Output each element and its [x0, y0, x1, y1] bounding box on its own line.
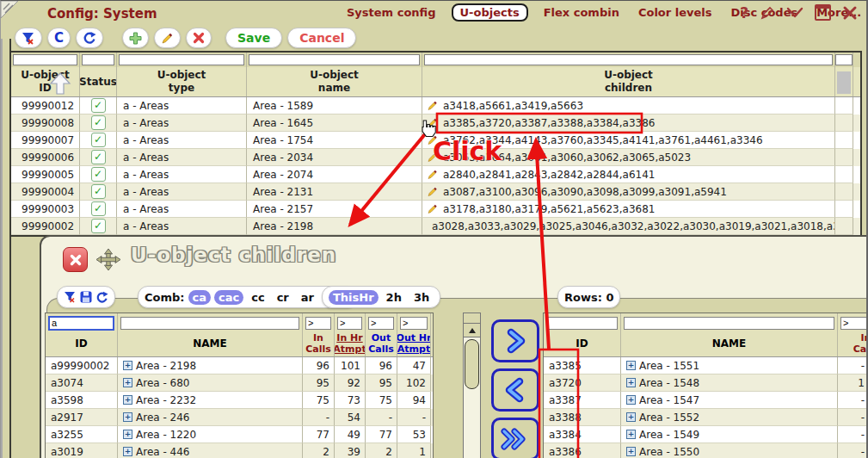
col-header-out-calls[interactable]: OutCalls — [366, 332, 397, 356]
pencil-icon[interactable] — [427, 186, 438, 197]
check-icon[interactable] — [91, 201, 106, 216]
expand-plus-icon[interactable] — [123, 378, 132, 387]
tab-u-objects[interactable]: U-objects — [452, 3, 528, 22]
col-header-id[interactable]: ID — [46, 332, 118, 356]
left-filter-outcalls-input[interactable] — [368, 317, 394, 330]
clear-button[interactable]: C — [47, 28, 71, 48]
comb-option-ar[interactable]: ar — [297, 290, 318, 305]
expand-plus-icon[interactable] — [123, 395, 132, 405]
col-header-type[interactable]: U-object type — [117, 67, 247, 96]
left-filter-incalls-input[interactable] — [305, 317, 331, 330]
check-icon[interactable] — [91, 167, 106, 182]
pencil-icon[interactable] — [427, 203, 438, 214]
col-header-in-calls[interactable]: InCalls — [838, 332, 868, 356]
scrollbar-up-arrow[interactable] — [464, 324, 480, 337]
delete-button[interactable] — [186, 28, 212, 48]
refresh-button[interactable] — [76, 28, 103, 48]
col-header-name[interactable]: NAME — [118, 332, 303, 356]
check-icon[interactable] — [91, 115, 106, 130]
list-item[interactable]: a99990002 Area - 2198 96 101 96 47 — [46, 357, 433, 374]
list-item[interactable]: a3598 Area - 2232 75 73 75 94 — [46, 392, 433, 409]
pencil-icon[interactable] — [427, 117, 438, 128]
period-3h[interactable]: 3h — [409, 290, 434, 305]
tab-color-levels[interactable]: Color levels — [635, 4, 716, 21]
col-header-name[interactable]: NAME — [621, 332, 838, 356]
col-header-id[interactable]: U-object ID — [11, 67, 80, 96]
right-filter-name-input[interactable] — [624, 317, 834, 330]
check-icon[interactable] — [91, 133, 106, 147]
filter-name-input[interactable] — [249, 54, 420, 65]
table-row[interactable]: 99990004 a - Areas Area - 2131 a3087,a31… — [11, 183, 860, 201]
pencil-icon[interactable] — [427, 152, 438, 163]
tab-system-config[interactable]: System config — [343, 4, 440, 21]
list-item[interactable]: a3255 Area - 1220 77 49 77 53 — [46, 426, 433, 443]
list-item[interactable]: a3385 Area - 1551 - — [544, 357, 868, 374]
cancel-button[interactable]: Cancel — [287, 28, 356, 48]
comb-option-cr[interactable]: cr — [273, 290, 293, 305]
refresh-icon[interactable] — [95, 291, 108, 304]
table-row[interactable]: 99990002 a - Areas Area - 2198 a3028,a30… — [11, 218, 860, 235]
comb-option-cc[interactable]: cc — [247, 290, 268, 305]
expand-plus-icon[interactable] — [626, 430, 636, 439]
expand-plus-icon[interactable] — [123, 430, 132, 439]
right-filter-incalls-input[interactable] — [840, 317, 868, 330]
edit-button[interactable] — [154, 28, 181, 48]
col-header-name[interactable]: U-object name — [247, 67, 422, 96]
comb-option-ca[interactable]: ca — [188, 290, 211, 305]
move-icon[interactable] — [95, 248, 122, 271]
table-row[interactable]: 99990007 a - Areas Area - 1754 a3762,a33… — [11, 132, 860, 149]
expand-plus-icon[interactable] — [626, 395, 636, 405]
list-item[interactable]: a3720 Area - 1548 1 — [544, 374, 868, 392]
help-icon[interactable]: ? — [740, 5, 748, 21]
right-filter-id-input[interactable] — [546, 317, 618, 330]
list-item[interactable]: a3388 Area - 1552 - — [544, 409, 868, 426]
table-row[interactable]: 99990005 a - Areas Area - 2074 a2840,a28… — [11, 166, 860, 183]
filter-icon[interactable] — [64, 291, 77, 303]
left-filter-id-input[interactable] — [48, 316, 114, 331]
list-item[interactable]: a3019 Area - 446 2 39 2 1 — [46, 443, 433, 458]
add-button[interactable] — [122, 28, 149, 48]
filter-extra-input[interactable] — [835, 54, 853, 65]
pencil-icon[interactable] — [427, 100, 438, 111]
filter-children-input[interactable] — [424, 54, 833, 65]
filter-id-input[interactable] — [13, 54, 77, 65]
left-filter-inhr-input[interactable] — [337, 317, 362, 330]
col-header-id[interactable]: ID — [544, 332, 621, 356]
expand-plus-icon[interactable] — [123, 412, 132, 422]
expand-plus-icon[interactable] — [123, 361, 132, 370]
table-row[interactable]: 99990003 a - Areas Area - 2157 a3178,a31… — [11, 201, 860, 218]
check-icon[interactable] — [91, 219, 106, 233]
period-2h[interactable]: 2h — [382, 290, 406, 305]
check-icon[interactable] — [91, 184, 106, 199]
list-item[interactable]: a3386 Area - 1550 - — [544, 443, 868, 458]
comb-option-cac[interactable]: cac — [214, 290, 243, 305]
left-table-scrollbar[interactable] — [463, 313, 481, 458]
move-all-right-button[interactable] — [491, 418, 539, 458]
expand-plus-icon[interactable] — [626, 412, 636, 422]
save-disk-icon[interactable] — [80, 291, 92, 303]
pencil-icon[interactable] — [427, 169, 438, 180]
save-button[interactable]: Save — [225, 28, 282, 48]
expand-plus-icon[interactable] — [626, 378, 636, 387]
filter-button[interactable] — [15, 28, 42, 48]
expand-plus-icon[interactable] — [626, 361, 636, 370]
pencil-icon[interactable] — [427, 134, 438, 145]
check-icon[interactable] — [91, 150, 106, 164]
period-thishr[interactable]: ThisHr — [329, 290, 379, 305]
window-icon[interactable] — [815, 4, 831, 21]
expand-plus-icon[interactable] — [626, 447, 636, 456]
filter-type-input[interactable] — [119, 54, 244, 65]
col-header-children[interactable]: U-object children — [422, 67, 835, 96]
expand-plus-icon[interactable] — [123, 447, 132, 456]
move-right-button[interactable] — [491, 319, 539, 362]
chevron-down-icon[interactable] — [786, 7, 803, 19]
edit-icon[interactable] — [760, 5, 775, 21]
check-icon[interactable] — [91, 98, 106, 113]
list-item[interactable]: a3074 Area - 680 95 92 95 102 — [46, 374, 433, 392]
col-header-out-hr-atmpt[interactable]: Out HrAtmpt — [397, 332, 431, 356]
col-header-in-calls[interactable]: InCalls — [303, 332, 335, 356]
scrollbar-thumb[interactable] — [465, 339, 479, 389]
list-item[interactable]: a3387 Area - 1547 - — [544, 392, 868, 409]
table-row[interactable]: 99990006 a - Areas Area - 2034 a3063,a30… — [11, 149, 860, 166]
move-left-button[interactable] — [491, 368, 539, 412]
